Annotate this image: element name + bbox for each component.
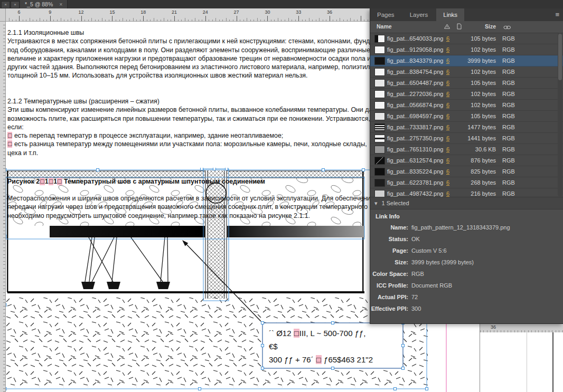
link-row[interactable]: fig_pat...8384754.png6102 bytesRGB [370,66,563,78]
link-thumbnail [374,90,385,98]
tab-layers[interactable]: Layers [403,8,435,21]
link-colorspace: RGB [502,69,515,75]
link-size: 825 bytes [454,168,496,175]
link-thumbnail [374,46,385,54]
link-name: fig_pat...2757350.png [387,135,443,141]
link-page-number[interactable]: 6 [444,168,452,175]
docked-document-icon[interactable]: × [11,1,20,8]
link-colorspace: RGB [502,91,515,97]
column-name[interactable]: Name [377,23,392,30]
link-colorspace: RGB [502,168,515,175]
ruler-number: 36 [327,9,332,15]
horizontal-ruler[interactable]: 69121518212427303336 [0,8,370,22]
link-page-number[interactable]: 6 [444,91,452,97]
link-info-row: Actual PPI:72 [370,292,563,303]
link-page-number[interactable]: 6 [444,80,452,86]
link-name: fig_pat...8343379.png [387,58,443,64]
info-value: OK [411,236,420,242]
link-size: 1441 bytes [454,135,496,141]
scrollbar-thumb[interactable] [558,34,562,80]
link-name: fig_pat...6312574.png [387,157,443,164]
link-size: 105 bytes [454,35,496,42]
page-guide-line [527,332,527,392]
chain-link-icon[interactable] [503,24,511,31]
link-row[interactable]: fig_pat...6504487.png6105 bytesRGB [370,78,563,89]
link-row[interactable]: fig_pat...4987432.png6216 bytesRGB [370,188,563,197]
link-page-number[interactable]: 6 [444,113,452,119]
page-column-icon[interactable] [457,23,462,31]
link-page-number[interactable]: 6 [444,102,452,108]
vertical-ruler[interactable] [0,21,6,392]
ruler-number: 15 [109,9,115,15]
warning-icon[interactable] [444,24,450,30]
link-name: fig_pat...6984597.png [387,113,443,119]
panel-menu-icon[interactable]: ≡ [555,8,559,21]
tab-links[interactable]: Links [436,8,464,21]
link-colorspace: RGB [502,58,515,64]
info-label: ICC Profile: [370,282,408,289]
link-info-row: Color Space:RGB [370,269,563,280]
link-info-title: Link Info [370,209,563,222]
links-column-header: Name Size [370,21,563,33]
link-row[interactable]: fig_pat...9129058.png6102 bytesRGB [370,44,563,55]
link-name: fig_pat...8335224.png [387,168,443,175]
link-info-row: Effective PPI:300 [370,303,563,315]
link-size: 102 bytes [454,102,496,108]
link-row[interactable]: fig_pat...6312574.png6876 bytesRGB [370,155,563,166]
link-page-number[interactable]: 6 [444,35,452,42]
link-page-number[interactable]: 6 [444,124,452,130]
link-colorspace: RGB [502,46,515,53]
link-page-number[interactable]: 6 [444,58,452,64]
link-row[interactable]: fig_pat...2757350.png61441 bytesRGB [370,133,563,144]
docked-document-icon[interactable]: × [1,1,10,8]
close-tab-icon[interactable]: × [59,1,62,7]
annotation-box[interactable] [262,323,403,368]
tab-pages[interactable]: Pages [370,8,401,21]
application-window: 2.1.1 Изоляционные швы Устраиваются в ме… [0,0,563,392]
link-thumbnail [374,146,385,154]
info-label: Actual PPI: [370,294,408,300]
ruler-number: 12 [79,9,84,15]
panel-tab-bar: Pages Layers Links ≡ [370,8,563,21]
links-panel: Pages Layers Links ≡ Name Size fig_pat..… [370,8,563,324]
link-thumbnail [374,135,385,142]
link-size: 1477 bytes [454,124,496,130]
secondary-ruler: 36 [480,323,563,333]
chevron-down-icon[interactable]: ▾ [374,200,378,206]
ruler-number: 18 [140,9,146,15]
link-page-number[interactable]: 6 [444,146,452,152]
column-size[interactable]: Size [464,23,496,30]
link-size: 3999 bytes [454,58,496,64]
info-value: Document RGB [411,282,452,289]
link-page-number[interactable]: 6 [444,69,452,75]
link-colorspace: RGB [502,35,515,42]
links-scrollbar[interactable] [558,33,562,196]
document-tab[interactable]: *_5 @ 88% × [20,0,68,8]
link-row[interactable]: fig_pat...6540033.png6105 bytesRGB [370,33,563,44]
link-page-number[interactable]: 6 [444,179,452,186]
link-row[interactable]: fig_pat...6984597.png6105 bytesRGB [370,111,563,122]
link-page-number[interactable]: 6 [444,46,452,53]
link-row[interactable]: fig_pat...2272036.png6102 bytesRGB [370,89,563,100]
link-page-number[interactable]: 6 [444,135,452,141]
link-row[interactable]: fig_pat...8343379.png63999 bytesRGB [370,55,563,66]
link-page-number[interactable]: 6 [444,190,452,197]
document-tab-title: *_5 @ 88% [25,1,53,7]
info-label: Effective PPI: [370,305,408,312]
link-row[interactable]: fig_pat...0566874.png6102 bytesRGB [370,100,563,111]
link-row[interactable]: fig_pat...7651310.png630.6 KBRGB [370,144,563,155]
link-info-row: Name:fig_path_pattern_12_1318343379.png [370,222,563,234]
ruler-number: 33 [296,9,301,15]
link-info-list: Name:fig_path_pattern_12_1318343379.pngS… [370,222,563,315]
link-colorspace: RGB [502,124,515,130]
ruler-number: 24 [203,9,208,15]
link-size: 105 bytes [454,80,496,86]
link-name: fig_pat...7333817.png [387,124,443,130]
link-row[interactable]: fig_pat...7333817.png61477 bytesRGB [370,122,563,133]
window-tab-bar: × × *_5 @ 88% × [0,0,563,8]
link-row[interactable]: fig_pat...8335224.png6825 bytesRGB [370,166,563,177]
info-label: Size: [370,259,408,265]
link-row[interactable]: fig_pat...6223781.png6268 bytesRGB [370,177,563,188]
link-info-row: Size:3999 bytes (3999 bytes) [370,257,563,269]
link-page-number[interactable]: 6 [444,157,452,164]
